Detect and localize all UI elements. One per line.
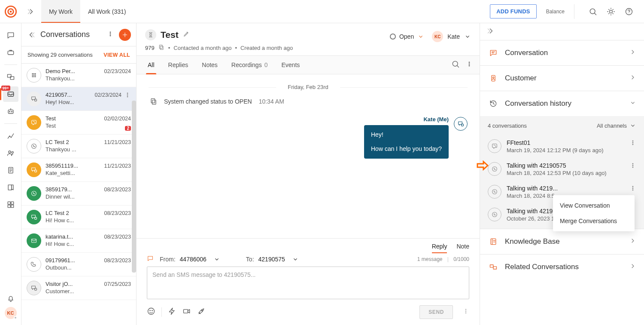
conversation-channel-icon xyxy=(27,210,41,224)
panel-title: Conversation history xyxy=(505,99,623,108)
rail-analytics-icon[interactable] xyxy=(3,128,18,144)
quick-reply-icon[interactable] xyxy=(168,307,176,317)
conversation-item[interactable]: 09179961... 08/23/2023 Outboun... xyxy=(21,253,136,276)
conversation-preview: Outboun... xyxy=(46,264,86,271)
svg-rect-50 xyxy=(151,98,155,103)
conversation-item[interactable]: Demo Per... 02/23/2024 Thankyou... xyxy=(21,64,136,87)
conversation-preview: Hey! How... xyxy=(46,99,86,105)
conversation-channel-icon xyxy=(27,257,41,272)
svg-rect-20 xyxy=(8,205,10,208)
add-funds-button[interactable]: ADD FUNDS xyxy=(490,4,536,18)
tab-replies[interactable]: Replies xyxy=(164,56,193,74)
collapse-list-icon[interactable] xyxy=(27,31,35,39)
rail-inbox-icon[interactable]: 99+ xyxy=(3,86,18,102)
expand-details-icon[interactable] xyxy=(487,27,495,37)
tab-notes[interactable]: Notes xyxy=(197,56,222,74)
rail-toolbox-icon[interactable] xyxy=(3,45,18,60)
note-tab[interactable]: Note xyxy=(456,243,469,252)
panel-history-toggle[interactable]: Conversation history xyxy=(480,91,644,116)
message-input[interactable] xyxy=(147,267,469,299)
history-item-menu: View Conversation Merge Conversations xyxy=(553,195,635,231)
conversation-date: 11/21/2023 xyxy=(104,163,131,169)
tab-events[interactable]: Events xyxy=(277,56,304,74)
video-icon[interactable] xyxy=(182,307,191,317)
history-item[interactable]: Talking with 4219... March 18, 2024 8:5.… xyxy=(488,181,636,203)
history-item[interactable]: FFtest01 March 19, 2024 12:12 PM (9 days… xyxy=(488,135,636,158)
hourglass-icon xyxy=(145,29,156,40)
conversation-item[interactable]: Visitor jO... 07/25/2023 Customer... xyxy=(21,276,136,300)
conversation-item[interactable]: katarina.t... 08/23/2023 Hi! How c... xyxy=(21,229,136,253)
channel-filter[interactable]: All channels xyxy=(597,122,636,129)
rail-chat-icon[interactable] xyxy=(3,28,18,43)
left-rail: 99+ KC xyxy=(0,23,21,325)
list-menu-icon[interactable] xyxy=(107,31,114,39)
rail-bot-icon[interactable] xyxy=(3,104,18,119)
svg-point-15 xyxy=(12,151,13,153)
tab-all[interactable]: All xyxy=(143,56,159,74)
conversation-title: Visitor jO... xyxy=(46,281,73,287)
conversation-item[interactable]: LC Test 2 08/23/2023 Hi! How c... xyxy=(21,205,136,229)
to-dropdown-icon[interactable] xyxy=(292,256,299,263)
rail-grid-icon[interactable] xyxy=(3,197,18,212)
svg-point-36 xyxy=(127,95,128,95)
rail-avatar[interactable]: KC xyxy=(5,307,17,319)
copy-id-icon[interactable] xyxy=(158,44,165,52)
tab-all-work[interactable]: All Work (331) xyxy=(80,0,134,23)
tab-recordings[interactable]: Recordings 0 xyxy=(227,56,272,74)
owner-initials: KC xyxy=(434,34,440,39)
rail-people-icon[interactable] xyxy=(3,145,18,161)
history-item-menu-icon[interactable] xyxy=(629,185,636,193)
kb-panel-icon xyxy=(488,236,499,247)
chevron-right-icon xyxy=(629,237,636,246)
conversation-item[interactable]: 4219057... 02/23/2024 Hey! How... xyxy=(21,87,136,111)
panel-knowledge-base[interactable]: Knowledge Base xyxy=(480,229,644,254)
rail-bookmark-icon[interactable] xyxy=(3,180,18,195)
scrollbar-thumb[interactable] xyxy=(132,101,136,273)
panel-related[interactable]: Related Conversations xyxy=(480,254,644,279)
help-icon[interactable] xyxy=(624,7,634,16)
conversation-item[interactable]: 3859179... 08/23/2023 Dinner wil... xyxy=(21,182,136,205)
balance-label: Balance xyxy=(546,9,565,15)
history-item-menu-icon[interactable] xyxy=(629,162,636,171)
svg-point-33 xyxy=(35,77,36,77)
conversation-date: 02/23/2024 xyxy=(104,68,131,74)
rail-queue-icon[interactable] xyxy=(3,69,18,85)
timeline-search-icon[interactable] xyxy=(451,60,460,70)
timeline-menu-icon[interactable] xyxy=(466,61,473,69)
menu-view-conversation[interactable]: View Conversation xyxy=(553,198,635,213)
send-menu-icon[interactable] xyxy=(462,308,469,316)
svg-point-60 xyxy=(465,313,466,313)
rail-notes-icon[interactable] xyxy=(3,162,18,178)
from-dropdown-icon[interactable] xyxy=(213,256,220,263)
conversation-menu-icon[interactable] xyxy=(124,92,131,100)
history-item[interactable]: Talking with 42190575 March 18, 2024 12:… xyxy=(488,158,636,181)
view-all-link[interactable]: VIEW ALL xyxy=(103,52,130,58)
panel-customer[interactable]: Customer xyxy=(480,66,644,91)
rocket-icon[interactable] xyxy=(197,307,206,317)
conversation-item[interactable]: LC Test 2 11/21/2023 Thankyou ... xyxy=(21,135,136,158)
search-icon[interactable] xyxy=(588,7,598,16)
history-item-menu-icon[interactable] xyxy=(629,139,636,148)
conversation-list: Demo Per... 02/23/2024 Thankyou... 42190… xyxy=(21,64,136,325)
theme-toggle-icon[interactable] xyxy=(606,7,616,16)
divider xyxy=(574,4,574,19)
edit-title-icon[interactable] xyxy=(183,31,190,39)
svg-point-30 xyxy=(35,75,36,76)
send-button[interactable]: SEND xyxy=(419,305,453,319)
conversation-item[interactable]: 385951119... 11/21/2023 Kate_setti... xyxy=(21,158,136,182)
menu-merge-conversations[interactable]: Merge Conversations xyxy=(553,213,635,229)
tab-my-work[interactable]: My Work xyxy=(41,0,80,23)
expand-nav-icon[interactable] xyxy=(21,7,41,16)
svg-point-54 xyxy=(150,310,150,311)
rail-notifications-icon[interactable] xyxy=(3,291,18,306)
new-conversation-button[interactable] xyxy=(119,29,131,41)
svg-rect-79 xyxy=(490,265,494,267)
status-dropdown[interactable]: Open xyxy=(390,33,424,40)
svg-rect-42 xyxy=(32,239,36,242)
conversation-channel-icon xyxy=(27,115,41,130)
emoji-icon[interactable] xyxy=(147,307,155,317)
owner-dropdown[interactable]: KC Kate xyxy=(432,31,471,42)
reply-tab[interactable]: Reply xyxy=(432,243,447,252)
panel-conversation[interactable]: Conversation xyxy=(480,40,644,66)
conversation-item[interactable]: Test 02/02/2024 Test 2 xyxy=(21,111,136,135)
